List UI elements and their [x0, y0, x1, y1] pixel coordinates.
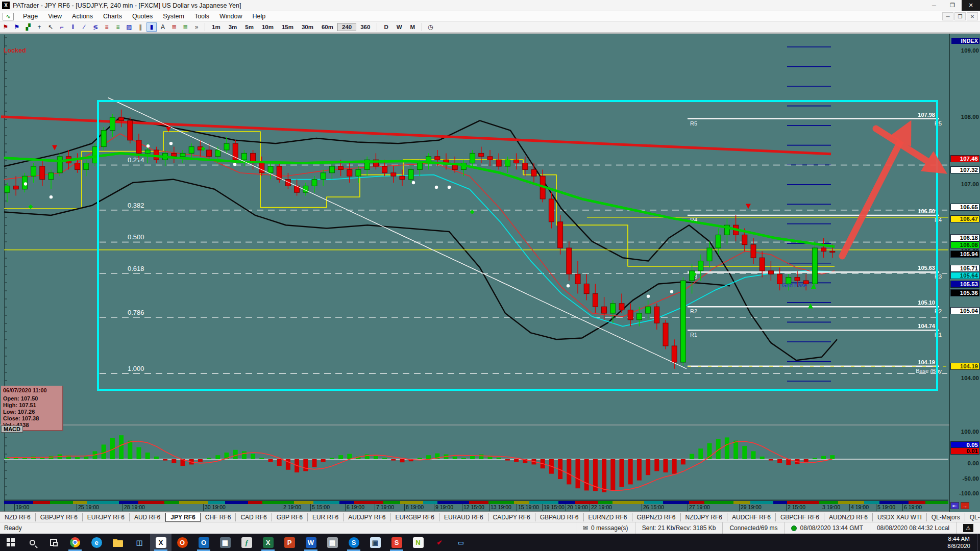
chart-area[interactable]: 0.2140.3820.5000.6180.7861.000R5107.98R5…	[0, 33, 980, 512]
edge-icon[interactable]: e	[86, 534, 107, 551]
chart-canvas[interactable]: 0.2140.3820.5000.6180.7861.000R5107.98R5…	[0, 1, 980, 513]
price-axis[interactable]: INDEX 109.00108.00107.00106.00104.00100.…	[949, 34, 980, 513]
tab-gbpjpy-rf6[interactable]: GBPJPY RF6	[36, 513, 83, 521]
tab-eur-rf6[interactable]: EUR RF6	[308, 513, 344, 521]
taskbar-clock[interactable]: 8:44 AM 8/8/2020	[947, 535, 977, 549]
tab-euraud-rf6[interactable]: EURAUD RF6	[439, 513, 488, 521]
bluestacks-icon[interactable]: ▭	[450, 534, 472, 551]
svg-text:106.50: 106.50	[918, 208, 935, 214]
status-text: 0 message(s)	[591, 524, 628, 532]
skype-icon-glyph: S	[349, 537, 359, 548]
skype-icon[interactable]: S	[343, 534, 364, 551]
status-text: Sent: 21 Kb/Recv: 3185 Kb	[642, 524, 716, 532]
tab-gbpnzd-rf6[interactable]: GBPNZD RF6	[632, 513, 681, 521]
status-text: 08/08/2020 13:44 GMT	[800, 524, 863, 532]
info-open: Open: 107.50	[3, 395, 60, 402]
check-icon[interactable]: ✔	[429, 534, 450, 551]
calculator-icon[interactable]: ▦	[214, 534, 236, 551]
tab-ql-exotics[interactable]: QL-Exotics	[965, 513, 980, 521]
notes-icon[interactable]: ▤	[322, 534, 343, 551]
price-chip: 105.53	[950, 281, 979, 288]
search-icon[interactable]	[21, 534, 43, 551]
check-icon-glyph: ✔	[434, 537, 445, 548]
svg-text:R5: R5	[690, 120, 697, 127]
info-high: High: 107.51	[3, 402, 60, 409]
clock-time: 8:44 AM	[947, 535, 970, 542]
price-chip: 107.46	[950, 155, 979, 162]
svg-text:R2: R2	[690, 308, 697, 314]
status-item: ✉0 message(s)	[576, 522, 635, 534]
patrader-icon-glyph: X	[156, 537, 166, 548]
filesync-icon[interactable]: ƒ	[236, 534, 257, 551]
price-chip: 105.04	[950, 307, 979, 314]
tab-usdx-xau-wti[interactable]: USDX XAU WTI	[873, 513, 927, 521]
macd-label: MACD	[1, 425, 23, 433]
info-datetime: 06/07/2020 11:00	[3, 387, 60, 394]
tab-cad-rf6[interactable]: CAD RF6	[236, 513, 272, 521]
powerpoint-icon[interactable]: P	[279, 534, 300, 551]
taskbar: e◫XOO▦ƒXPW▤S▣SN✔▭ 8:44 AM 8/8/2020	[0, 534, 980, 551]
time-label: 12 15:00	[462, 504, 484, 511]
outlook-icon[interactable]: O	[193, 534, 214, 551]
clock-date: 8/8/2020	[947, 542, 970, 549]
excel-icon-glyph: X	[263, 537, 274, 548]
file-explorer-icon[interactable]	[107, 534, 129, 551]
tab-nzdjpy-rf6[interactable]: NZDJPY RF6	[681, 513, 727, 521]
tab-gbpchf-rf6[interactable]: GBPCHF RF6	[776, 513, 824, 521]
tab-aud-rf6[interactable]: AUD RF6	[130, 513, 165, 521]
tab-cadjpy-rf6[interactable]: CADJPY RF6	[488, 513, 535, 521]
patrader-icon[interactable]: X	[150, 534, 172, 551]
price-chip: 0.01	[950, 447, 979, 455]
scroll-end-button[interactable]: →	[961, 502, 969, 509]
tab-gbp-rf6[interactable]: GBP RF6	[272, 513, 308, 521]
index-label: INDEX	[951, 38, 979, 44]
office-icon-glyph: O	[177, 537, 188, 548]
time-label: 15 19:00	[517, 504, 539, 511]
svg-text:0.786: 0.786	[128, 309, 144, 316]
notebook-icon[interactable]: ◫	[129, 534, 150, 551]
scroll-start-button[interactable]: ⇤	[950, 502, 959, 509]
session-segment	[164, 501, 179, 504]
price-chip: 105.36	[950, 289, 979, 296]
svg-text:0.214: 0.214	[128, 156, 144, 164]
chrome-icon[interactable]	[64, 534, 86, 551]
start-button[interactable]	[0, 534, 21, 551]
tab-eurnzd-rf6[interactable]: EURNZD RF6	[584, 513, 632, 521]
time-label: 20 19:00	[566, 504, 588, 511]
sumatra-icon[interactable]: S	[386, 534, 407, 551]
price-chip: 106.18	[950, 234, 979, 241]
task-view-icon[interactable]	[43, 534, 64, 551]
tab-jpy-rf6[interactable]: JPY RF6	[165, 513, 200, 522]
tab-ql-majors[interactable]: QL-Majors	[927, 513, 965, 521]
nvidia-icon[interactable]: N	[407, 534, 429, 551]
tab-chf-rf6[interactable]: CHF RF6	[201, 513, 236, 521]
tab-gbpaud-rf6[interactable]: GBPAUD RF6	[535, 513, 584, 521]
info-low: Low: 107.26	[3, 409, 60, 415]
time-label: 26 15:00	[642, 504, 664, 511]
tab-eurgbp-rf6[interactable]: EURGBP RF6	[390, 513, 439, 521]
viewer-icon[interactable]: ▣	[364, 534, 386, 551]
session-segment	[50, 501, 73, 504]
tab-eurjpy-rf6[interactable]: EURJPY RF6	[83, 513, 130, 521]
powerpoint-icon-glyph: P	[284, 537, 295, 548]
tab-audjpy-rf6[interactable]: AUDJPY RF6	[344, 513, 390, 521]
price-chip: 107.32	[950, 166, 979, 173]
connection-dot	[791, 525, 797, 531]
nvidia-icon-glyph: N	[413, 537, 424, 548]
word-icon-glyph: W	[306, 537, 316, 548]
tab-audnzd-rf6[interactable]: AUDNZD RF6	[824, 513, 873, 521]
office-icon[interactable]: O	[172, 534, 193, 551]
price-label: 107.00	[950, 181, 979, 187]
price-chip: 106.08	[950, 241, 979, 248]
status-item: Sent: 21 Kb/Recv: 3185 Kb	[635, 522, 723, 534]
word-icon[interactable]: W	[300, 534, 322, 551]
svg-text:R1: R1	[690, 332, 697, 338]
svg-text:1.000: 1.000	[128, 365, 144, 372]
status-ready: Ready	[0, 524, 22, 532]
tab-nzd-rf6[interactable]: NZD RF6	[0, 513, 36, 521]
price-chip: 104.19	[950, 363, 979, 370]
session-segment	[925, 501, 948, 504]
show-desktop-button[interactable]	[977, 534, 980, 551]
excel-icon[interactable]: X	[257, 534, 279, 551]
tab-audchf-rf6[interactable]: AUDCHF RF6	[727, 513, 776, 521]
